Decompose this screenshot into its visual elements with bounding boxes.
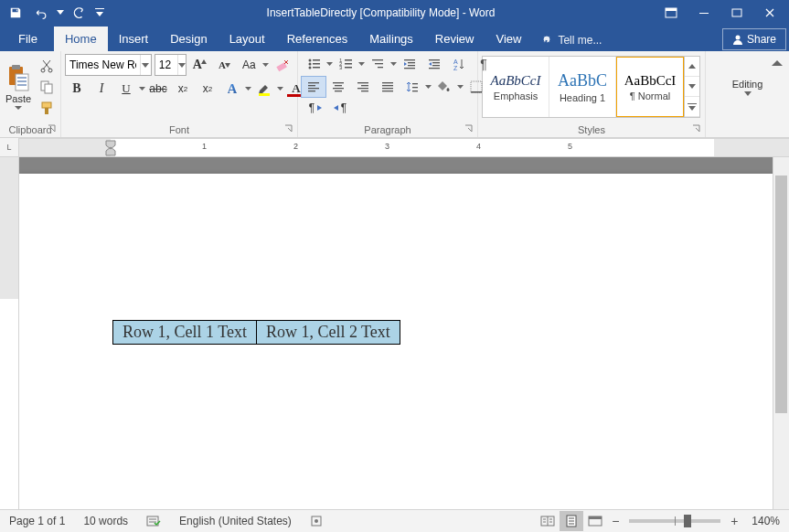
horizontal-ruler[interactable]: 1 2 3 4 5 — [19, 138, 789, 156]
numbering-button[interactable]: 123 — [334, 54, 357, 74]
macro-status[interactable] — [301, 510, 332, 532]
read-mode-button[interactable] — [536, 511, 560, 531]
cut-button[interactable] — [35, 56, 59, 76]
change-case-button[interactable]: Aa — [237, 55, 261, 75]
page[interactable]: Row 1, Cell 1 Text Row 1, Cell 2 Text — [19, 174, 789, 509]
tab-selector[interactable]: L — [0, 138, 19, 156]
decrease-indent-button[interactable] — [398, 54, 421, 74]
font-name-combo[interactable] — [65, 54, 152, 76]
close-button[interactable] — [754, 2, 785, 24]
word-count-status[interactable]: 10 words — [74, 510, 137, 532]
tab-references[interactable]: References — [276, 27, 358, 51]
editing-button[interactable]: Editing — [725, 55, 771, 119]
rtl-button[interactable]: ¶ — [328, 98, 352, 118]
share-button[interactable]: Share — [722, 28, 786, 50]
change-case-dropdown[interactable] — [261, 55, 269, 75]
font-size-combo[interactable] — [155, 54, 187, 76]
tab-insert[interactable]: Insert — [108, 27, 160, 51]
table-cell[interactable]: Row 1, Cell 1 Text — [113, 321, 257, 345]
page-number-status[interactable]: Page 1 of 1 — [0, 510, 74, 532]
undo-dropdown[interactable] — [55, 2, 66, 24]
multilevel-dropdown[interactable] — [390, 54, 397, 74]
zoom-slider-thumb[interactable] — [684, 515, 691, 527]
align-center-button[interactable] — [326, 77, 350, 97]
spell-check-status[interactable] — [137, 510, 170, 532]
underline-dropdown[interactable] — [139, 79, 145, 99]
zoom-slider[interactable] — [629, 519, 720, 523]
line-spacing-dropdown[interactable] — [425, 77, 432, 97]
style-normal[interactable]: AaBbCcI ¶ Normal — [616, 57, 684, 117]
bullets-button[interactable] — [302, 54, 325, 74]
ltr-button[interactable]: ¶ — [304, 98, 327, 118]
scrollbar-thumb[interactable] — [775, 176, 787, 413]
shading-button[interactable] — [432, 77, 456, 97]
copy-button[interactable] — [35, 77, 59, 97]
superscript-button[interactable]: x2 — [196, 79, 219, 99]
font-size-input[interactable] — [155, 59, 178, 71]
print-layout-button[interactable] — [560, 511, 583, 531]
style-heading1[interactable]: AaBbC Heading 1 — [549, 57, 616, 117]
redo-button[interactable] — [68, 2, 91, 24]
text-effects-dropdown[interactable] — [245, 79, 251, 99]
numbering-dropdown[interactable] — [358, 54, 365, 74]
tell-me-search[interactable]: Tell me... — [532, 29, 611, 51]
document-table[interactable]: Row 1, Cell 1 Text Row 1, Cell 2 Text — [112, 320, 400, 345]
text-effects-button[interactable]: A — [220, 79, 244, 99]
table-cell[interactable]: Row 1, Cell 2 Text — [256, 321, 400, 345]
styles-expand[interactable] — [685, 97, 699, 117]
line-spacing-button[interactable] — [400, 77, 424, 97]
tab-file[interactable]: File — [2, 27, 54, 51]
underline-button[interactable]: U — [114, 79, 138, 99]
sort-button[interactable]: AZ — [447, 54, 471, 74]
tab-design[interactable]: Design — [159, 27, 218, 51]
qat-customize-dropdown[interactable] — [93, 2, 106, 24]
clipboard-dialog-launcher[interactable] — [47, 123, 58, 134]
tab-layout[interactable]: Layout — [219, 27, 276, 51]
strikethrough-button[interactable]: abc — [146, 79, 170, 99]
shading-dropdown[interactable] — [457, 77, 464, 97]
undo-button[interactable] — [29, 2, 53, 24]
tab-review[interactable]: Review — [424, 27, 485, 51]
increase-indent-button[interactable] — [422, 54, 446, 74]
zoom-in-button[interactable]: + — [726, 513, 742, 529]
indent-marker-icon[interactable] — [105, 140, 118, 156]
tab-view[interactable]: View — [485, 27, 532, 51]
subscript-button[interactable]: x2 — [171, 79, 195, 99]
styles-scroll-up[interactable] — [685, 57, 699, 77]
maximize-button[interactable] — [721, 2, 752, 24]
language-status[interactable]: English (United States) — [170, 510, 301, 532]
tab-home[interactable]: Home — [54, 27, 108, 51]
format-painter-button[interactable] — [35, 98, 59, 118]
justify-button[interactable] — [376, 77, 400, 97]
collapse-ribbon-button[interactable] — [769, 55, 785, 71]
highlight-button[interactable] — [252, 79, 276, 99]
zoom-level-status[interactable]: 140% — [742, 510, 789, 532]
font-name-dropdown[interactable] — [140, 55, 151, 75]
align-right-button[interactable] — [351, 77, 375, 97]
paragraph-dialog-launcher[interactable] — [464, 123, 474, 134]
zoom-out-button[interactable]: − — [607, 513, 624, 529]
document-viewport[interactable]: Row 1, Cell 1 Text Row 1, Cell 2 Text — [19, 157, 789, 509]
bold-button[interactable]: B — [65, 79, 89, 99]
highlight-dropdown[interactable] — [277, 79, 283, 99]
show-hide-button[interactable]: ¶ — [472, 54, 496, 74]
styles-dialog-launcher[interactable] — [691, 123, 702, 134]
ribbon-display-options[interactable] — [656, 2, 687, 24]
vertical-scrollbar[interactable] — [773, 157, 789, 509]
align-left-button[interactable] — [302, 77, 325, 97]
minimize-button[interactable] — [688, 2, 720, 24]
italic-button[interactable]: I — [90, 79, 113, 99]
styles-scroll-down[interactable] — [685, 77, 699, 97]
shrink-font-button[interactable]: A — [212, 55, 236, 75]
table-row[interactable]: Row 1, Cell 1 Text Row 1, Cell 2 Text — [113, 321, 400, 345]
multilevel-list-button[interactable] — [366, 54, 389, 74]
grow-font-button[interactable]: A — [187, 55, 211, 75]
bullets-dropdown[interactable] — [326, 54, 333, 74]
font-size-dropdown[interactable] — [177, 55, 186, 75]
clear-formatting-button[interactable] — [270, 55, 293, 75]
paste-button[interactable]: Paste — [4, 55, 33, 119]
web-layout-button[interactable] — [583, 511, 607, 531]
font-dialog-launcher[interactable] — [283, 123, 294, 134]
tab-mailings[interactable]: Mailings — [358, 27, 424, 51]
borders-button[interactable] — [464, 77, 488, 97]
